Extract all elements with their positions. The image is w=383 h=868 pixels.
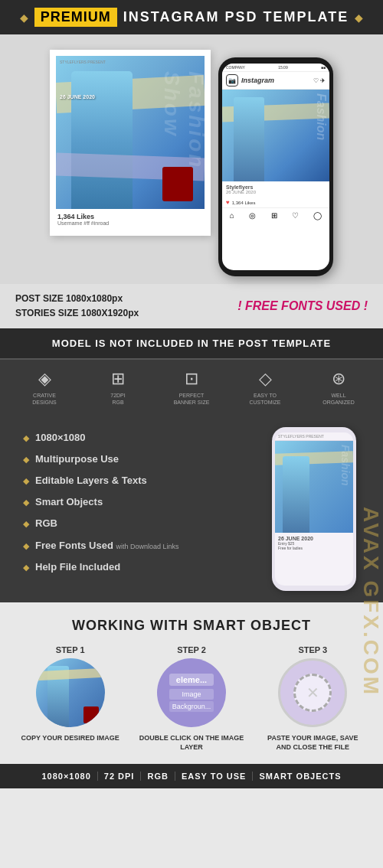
banner-label: PERFECTBANNER SIZE (165, 392, 218, 406)
bullet-multipurpose: ◆ Multipurpose Use (23, 449, 253, 470)
bullet-text-2: Multipurpose Use (35, 452, 119, 466)
customize-icon: ◇ (238, 369, 292, 389)
nav-home-icon[interactable]: ⌂ (230, 211, 234, 220)
bullet-resolution: ◆ 1080×1080 (23, 427, 253, 449)
feature-bullet-list: ◆ 1080×1080 ◆ Multipurpose Use ◆ Editabl… (23, 427, 253, 591)
phone-likes-count: 1,364 Likes (232, 201, 256, 205)
step-2-desc: DOUBLE CLICK ON THE IMAGE LAYER (138, 733, 245, 752)
post-image: STYLEFLYERS PRESENT 26 JUNE 2020 Fashion… (56, 56, 205, 209)
instagram-label: Instagram (241, 77, 274, 84)
bullet-diamond-2: ◆ (23, 454, 29, 465)
phone2-screen: STYLEFLYERS PRESENT Fashion 26 JUNE 2020… (275, 432, 353, 586)
instagram-icon: 📷 (226, 74, 238, 86)
feature-organized: ⊛ WELLORGANIZED (312, 369, 365, 406)
phone2-brand: STYLEFLYERS PRESENT (278, 434, 324, 439)
header: ◆ PREMIUM INSTAGRAM PSD TEMPLATE ◆ (0, 0, 383, 34)
bullet-smart: ◆ Smart Objects (23, 491, 253, 513)
step-3-circle: ✕ (278, 658, 347, 727)
bullet-diamond-6: ◆ (23, 540, 29, 552)
bullet-rgb: ◆ RGB (23, 513, 253, 534)
bottom-dpi: 72 DPI (98, 772, 142, 781)
diamond-left-icon: ◆ (20, 11, 28, 24)
bullet-text-6-wrapper: Free Fonts Used with Download Links (35, 539, 179, 553)
phone-signal: ■■ (321, 65, 326, 70)
bullet-diamond-3: ◆ (23, 475, 29, 487)
feature-dpi: ⊞ 72DPIRGB (91, 369, 145, 406)
phone-screen-1: COMPANY 15:09 ■■ 📷 Instagram ♡ ✈ Fashion… (222, 64, 329, 270)
phone2-info: 26 JUNE 2020 Entry $25 Free for ladies (275, 533, 353, 553)
bullet-section: ◆ 1080×1080 ◆ Multipurpose Use ◆ Editabl… (0, 416, 383, 602)
bullet-editable: ◆ Editable Layers & Texts (23, 470, 253, 491)
diamond-right-icon: ◆ (355, 11, 363, 24)
steps-row: STEP 1 COPY YOUR DESIRED IMAGE STEP 2 el… (11, 645, 372, 752)
features-row: ◈ CRATIVEDESIGNS ⊞ 72DPIRGB ⊡ PERFECTBAN… (0, 358, 383, 415)
bullet-diamond-1: ◆ (23, 432, 29, 444)
bottom-easy: EASY TO USE (175, 772, 254, 781)
stories-size-text: STORIES SIZE 1080X1920px (15, 306, 139, 321)
creative-label: CRATIVEDESIGNS (18, 392, 71, 406)
fashion-figure (71, 71, 133, 209)
phone2-fashion-text: Fashion (339, 445, 352, 529)
bullet-fonts-sub: with Download Links (116, 543, 178, 550)
step-3-label: STEP 3 (259, 645, 366, 654)
phone-post-info: Styleflyers 26 JUNE 2020 (222, 181, 329, 197)
bullet-diamond-4: ◆ (23, 497, 29, 508)
step-2-label: STEP 2 (138, 645, 245, 654)
bullet-text-4: Smart Objects (35, 495, 103, 509)
bullet-help: ◆ Help File Included (23, 556, 253, 578)
dpi-icon: ⊞ (91, 369, 145, 389)
feature-creative: ◈ CRATIVEDESIGNS (18, 369, 71, 406)
feature-banner: ⊡ PERFECTBANNER SIZE (165, 369, 218, 406)
bullet-diamond-5: ◆ (23, 518, 29, 530)
customize-label: EASY TOCUSTOMIZE (238, 392, 292, 406)
nav-search-icon[interactable]: ◎ (249, 211, 256, 220)
phone2-top-bar: STYLEFLYERS PRESENT (275, 432, 353, 441)
smart-object-section: WORKING WITH SMART OBJECT STEP 1 COPY YO… (0, 602, 383, 764)
nav-profile-icon[interactable]: ◯ (313, 211, 322, 220)
phone-status-bar: COMPANY 15:09 ■■ (222, 64, 329, 72)
phone2-free: Free for ladies (278, 546, 350, 550)
phone-mockup-2: STYLEFLYERS PRESENT Fashion 26 JUNE 2020… (272, 427, 356, 591)
phone2-date: 26 JUNE 2020 (278, 536, 350, 541)
bottom-smart: SMART OBJECTS (253, 772, 347, 781)
post-size-text: POST SIZE 1080x1080px (15, 292, 139, 306)
phone-bottom-nav: ⌂ ◎ ⊞ ♡ ◯ (222, 207, 329, 223)
phone-post-date: 26 JUNE 2020 (226, 190, 326, 194)
post-mockup: STYLEFLYERS PRESENT 26 JUNE 2020 Fashion… (50, 50, 211, 236)
nav-heart-icon[interactable]: ♡ (292, 211, 299, 220)
preview-section: STYLEFLYERS PRESENT 26 JUNE 2020 Fashion… (0, 34, 383, 284)
nav-add-icon[interactable]: ⊞ (271, 211, 277, 220)
post-date: 26 JUNE 2020 (60, 94, 95, 100)
feature-customize: ◇ EASY TOCUSTOMIZE (238, 369, 292, 406)
step-2-circle: eleme... Image Backgroun... (157, 658, 226, 727)
size-info: POST SIZE 1080x1080px STORIES SIZE 1080X… (15, 292, 139, 321)
dpi-label: 72DPIRGB (91, 392, 145, 406)
phone-post-image: Fashion (222, 90, 329, 181)
phone-time: 15:09 (278, 65, 288, 70)
organized-icon: ⊛ (312, 369, 365, 389)
bottom-bar: 1080×1080 72 DPI RGB EASY TO USE SMART O… (0, 764, 383, 788)
bullet-fonts-main: Free Fonts Used (35, 540, 116, 551)
phone-company: COMPANY (226, 65, 245, 70)
header-title: INSTAGRAM PSD TEMPLATE (123, 9, 349, 25)
banner-icon: ⊡ (165, 369, 218, 389)
phone-mockup-1: COMPANY 15:09 ■■ 📷 Instagram ♡ ✈ Fashion… (218, 57, 333, 276)
free-fonts-banner: ! FREE FONTS USED ! (237, 299, 368, 313)
bottom-resolution: 1080×1080 (35, 772, 97, 781)
step-3-desc: PASTE YOUR IMAGE, SAVE AND CLOSE THE FIL… (259, 733, 366, 752)
step-2: STEP 2 eleme... Image Backgroun... DOUBL… (138, 645, 245, 752)
phone2-figure (283, 456, 309, 533)
bottom-rgb: RGB (141, 772, 175, 781)
side-phone-wrapper: STYLEFLYERS PRESENT Fashion 26 JUNE 2020… (264, 427, 364, 591)
bullet-fonts: ◆ Free Fonts Used with Download Links (23, 535, 253, 556)
dark-banner: MODEL IS NOT INCLUDED IN THE POST TEMPLA… (0, 328, 383, 358)
step-1-label: STEP 1 (17, 645, 124, 654)
creative-icon: ◈ (18, 369, 71, 389)
post-brand-label: STYLEFLYERS PRESENT (60, 60, 106, 64)
bullet-text-5: RGB (35, 517, 57, 530)
phone-instagram-header: 📷 Instagram ♡ ✈ (222, 72, 329, 90)
phone-header-icons: ♡ ✈ (313, 77, 326, 84)
phone-account-name: Styleflyers (226, 184, 326, 190)
step-3: STEP 3 ✕ PASTE YOUR IMAGE, SAVE AND CLOS… (259, 645, 366, 752)
post-footer: 1,364 Likes Username #ff #inroad (56, 209, 205, 230)
